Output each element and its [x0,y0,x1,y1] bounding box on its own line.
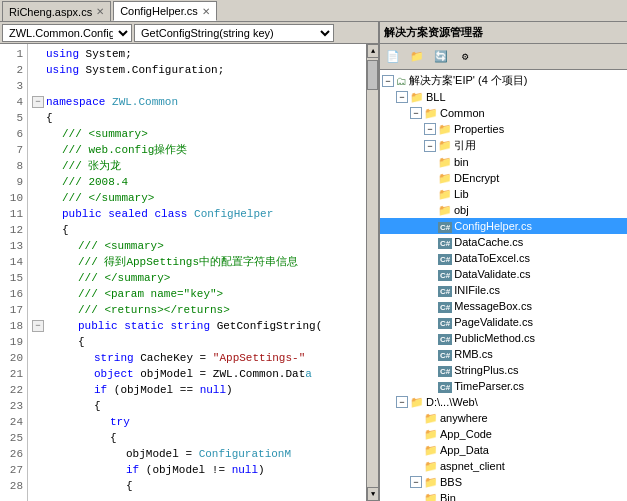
line-number: 22 [4,382,23,398]
line-number: 3 [4,78,23,94]
tree-item-label: MessageBox.cs [454,300,627,312]
tab-richeng-close[interactable]: ✕ [96,6,104,17]
tree-item[interactable]: 📁Bin [380,490,627,501]
code-line[interactable]: { [32,478,362,494]
code-line[interactable]: { [32,334,362,350]
code-line[interactable]: −namespace ZWL.Common [32,94,362,110]
collapse-marker[interactable]: − [32,320,44,332]
code-line[interactable]: { [32,430,362,446]
tree-item[interactable]: −📁Properties [380,121,627,137]
toolbar-btn-1[interactable]: 📄 [382,47,404,67]
code-line[interactable]: objModel = ConfigurationM [32,446,362,462]
tree-item[interactable]: C#DataValidate.cs [380,266,627,282]
tree-expand-icon[interactable]: − [424,123,436,135]
tree-expand-icon[interactable]: − [424,140,436,152]
tree-item[interactable]: −🗂解决方案'EIP' (4 个项目) [380,72,627,89]
method-dropdown[interactable]: GetConfigString(string key) [134,24,334,42]
tree-item-label: DataToExcel.cs [454,252,627,264]
line-number: 19 [4,334,23,350]
code-line[interactable]: /// 张为龙 [32,158,362,174]
code-content[interactable]: using System;using System.Configuration;… [28,44,366,501]
tree-item[interactable]: 📁anywhere [380,410,627,426]
code-line[interactable]: /// <summary> [32,126,362,142]
toolbar-btn-4[interactable]: ⚙ [454,47,476,67]
tab-richeng[interactable]: RiCheng.aspx.cs ✕ [2,1,111,21]
tree-item[interactable]: C#MessageBox.cs [380,298,627,314]
code-line[interactable]: /// </summary> [32,190,362,206]
tab-confighelper[interactable]: ConfigHelper.cs ✕ [113,1,217,21]
tree-file-icon: 🗂 [396,75,407,87]
tree-item[interactable]: C#ConfigHelper.cs [380,218,627,234]
code-line[interactable]: /// web.config操作类 [32,142,362,158]
code-line[interactable] [32,78,362,94]
code-line[interactable]: { [32,222,362,238]
code-line[interactable]: /// </summary> [32,270,362,286]
code-line[interactable]: /// 得到AppSettings中的配置字符串信息 [32,254,362,270]
code-text: using System.Configuration; [46,62,224,78]
code-line[interactable]: if (objModel != null) [32,462,362,478]
code-line[interactable]: /// <returns></returns> [32,302,362,318]
tree-item[interactable]: C#RMB.cs [380,346,627,362]
code-line[interactable]: if (objModel == null) [32,382,362,398]
toolbar-btn-2[interactable]: 📁 [406,47,428,67]
collapse-marker[interactable]: − [32,96,44,108]
code-text: public sealed class ConfigHelper [62,206,273,222]
code-line[interactable]: try [32,414,362,430]
explorer-tree[interactable]: −🗂解决方案'EIP' (4 个项目)−📁BLL−📁Common−📁Proper… [380,70,627,501]
line-number: 20 [4,350,23,366]
tree-expand-icon[interactable]: − [396,396,408,408]
tree-expand-icon[interactable]: − [410,476,422,488]
code-line[interactable]: { [32,398,362,414]
tree-file-icon: 📁 [438,139,452,152]
class-dropdown[interactable]: ZWL.Common.ConfigHelper [2,24,132,42]
tree-item[interactable]: C#StringPlus.cs [380,362,627,378]
tree-item[interactable]: 📁App_Code [380,426,627,442]
tree-item[interactable]: −📁引用 [380,137,627,154]
tree-item[interactable]: −📁BLL [380,89,627,105]
tree-expand-icon[interactable]: − [382,75,394,87]
tree-item[interactable]: −📁BBS [380,474,627,490]
scroll-up-btn[interactable]: ▲ [367,44,378,58]
code-line[interactable]: /// <param name="key"> [32,286,362,302]
tree-item[interactable]: 📁Lib [380,186,627,202]
line-number: 25 [4,430,23,446]
tab-confighelper-close[interactable]: ✕ [202,6,210,17]
scroll-thumb[interactable] [367,60,378,90]
tree-item[interactable]: 📁aspnet_client [380,458,627,474]
tree-item[interactable]: 📁DEncrypt [380,170,627,186]
line-number: 1 [4,46,23,62]
tree-item[interactable]: 📁bin [380,154,627,170]
tree-item[interactable]: 📁App_Data [380,442,627,458]
scroll-track[interactable]: ▲ ▼ [366,44,378,501]
code-line[interactable]: { [32,110,362,126]
tree-expand-icon[interactable]: − [410,107,422,119]
code-line[interactable]: object objModel = ZWL.Common.Data [32,366,362,382]
tree-file-icon: C# [438,380,452,392]
tree-item[interactable]: −📁D:\...\Web\ [380,394,627,410]
tree-item[interactable]: 📁obj [380,202,627,218]
code-text: { [110,430,117,446]
tree-item[interactable]: C#INIFile.cs [380,282,627,298]
code-line[interactable]: using System; [32,46,362,62]
scroll-down-btn[interactable]: ▼ [367,487,378,501]
code-line[interactable]: using System.Configuration; [32,62,362,78]
tree-item[interactable]: −📁Common [380,105,627,121]
code-line[interactable]: /// <summary> [32,238,362,254]
code-line[interactable]: −public static string GetConfigString( [32,318,362,334]
tree-expand-icon[interactable]: − [396,91,408,103]
line-number: 8 [4,158,23,174]
tree-item[interactable]: C#DataToExcel.cs [380,250,627,266]
code-line[interactable]: public sealed class ConfigHelper [32,206,362,222]
tree-item[interactable]: C#TimeParser.cs [380,378,627,394]
tree-item[interactable]: C#PublicMethod.cs [380,330,627,346]
tab-confighelper-label: ConfigHelper.cs [120,5,198,17]
line-number: 15 [4,270,23,286]
tree-item[interactable]: C#PageValidate.cs [380,314,627,330]
code-text: /// <summary> [62,126,148,142]
tree-item[interactable]: C#DataCache.cs [380,234,627,250]
tree-item-label: bin [454,156,627,168]
code-line[interactable]: /// 2008.4 [32,174,362,190]
code-line[interactable]: string CacheKey = "AppSettings-" [32,350,362,366]
toolbar-btn-3[interactable]: 🔄 [430,47,452,67]
line-number: 26 [4,446,23,462]
